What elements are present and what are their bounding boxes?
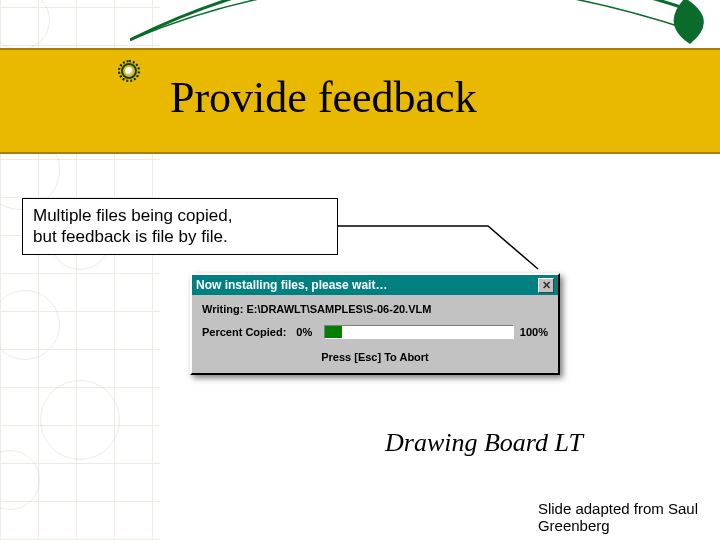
annotation-box: Multiple files being copied, but feedbac… — [22, 198, 338, 255]
percent-line: Percent Copied: 0% 100% — [202, 325, 548, 339]
abort-text: Press [Esc] To Abort — [202, 351, 548, 363]
close-button[interactable]: ✕ — [538, 278, 554, 293]
dialog-titlebar[interactable]: Now installing files, please wait… ✕ — [192, 275, 558, 295]
progress-bar — [324, 325, 514, 339]
percent-label: Percent Copied: — [202, 326, 286, 338]
credit-line1: Slide adapted from Saul — [538, 500, 698, 517]
writing-line: Writing: E:\DRAWLT\SAMPLES\S-06-20.VLM — [202, 303, 548, 315]
figure-caption: Drawing Board LT — [385, 428, 583, 458]
slide-credit: Slide adapted from Saul Greenberg — [538, 500, 698, 535]
close-icon: ✕ — [542, 279, 551, 292]
title-band-border-top — [0, 48, 720, 50]
bullet-icon — [118, 60, 140, 82]
writing-path: E:\DRAWLT\SAMPLES\S-06-20.VLM — [246, 303, 431, 315]
dialog-body: Writing: E:\DRAWLT\SAMPLES\S-06-20.VLM P… — [192, 295, 558, 373]
annotation-line1: Multiple files being copied, — [33, 206, 232, 225]
percent-right: 100% — [520, 326, 548, 338]
annotation-line2: but feedback is file by file. — [33, 226, 327, 247]
percent-left: 0% — [296, 326, 312, 338]
install-dialog: Now installing files, please wait… ✕ Wri… — [190, 273, 560, 375]
writing-label: Writing: — [202, 303, 243, 315]
dialog-title: Now installing files, please wait… — [196, 278, 538, 292]
credit-line2: Greenberg — [538, 517, 698, 534]
progress-bar-fill — [325, 326, 342, 338]
slide-title: Provide feedback — [170, 72, 477, 123]
title-band-border-bottom — [0, 152, 720, 154]
annotation-pointer — [338, 214, 548, 274]
